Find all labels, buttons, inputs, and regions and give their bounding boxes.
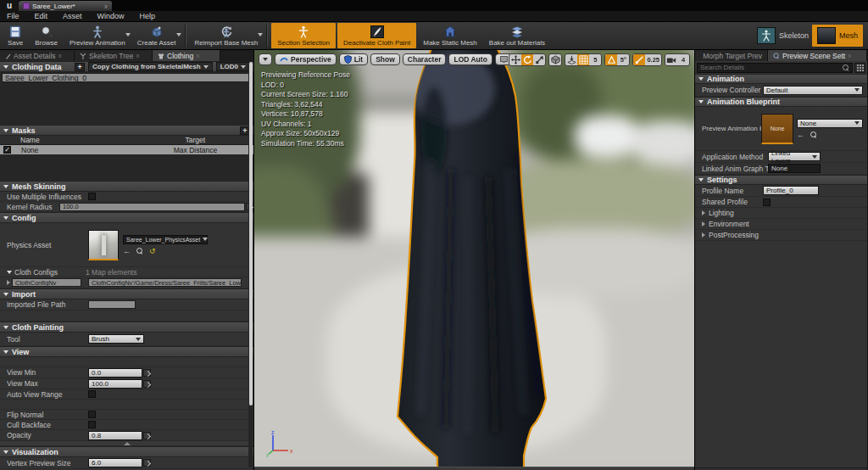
translate-gizmo-button[interactable] <box>509 54 521 65</box>
mesh-mode-button[interactable]: Mesh <box>812 25 863 47</box>
menu-edit[interactable]: Edit <box>35 12 48 20</box>
lod-auto-button[interactable]: LOD Auto <box>448 53 492 65</box>
close-icon[interactable]: x <box>104 3 108 10</box>
opacity-input[interactable]: 0.8 <box>88 431 142 440</box>
view-min-input[interactable]: 0.0 <box>88 368 142 378</box>
search-input[interactable] <box>698 64 843 71</box>
linked-anim-graph-input[interactable]: None <box>768 164 821 173</box>
skeleton-mode-button[interactable]: Skeleton <box>757 27 809 44</box>
grid-snap-value[interactable]: 5 <box>589 54 601 65</box>
preview-animation-button[interactable]: Preview Animation <box>64 22 131 49</box>
view-header[interactable]: View <box>0 346 253 357</box>
mesh-skinning-header[interactable]: Mesh Skinning <box>0 181 253 192</box>
document-tab[interactable]: Saree_Lower* x <box>19 1 112 11</box>
kernel-radius-input[interactable]: 100.0 <box>59 203 245 211</box>
camera-speed-value[interactable]: 4 <box>677 54 689 65</box>
deactivate-cloth-paint-button[interactable]: Deactivate Cloth Paint <box>337 23 416 48</box>
cull-backface-checkbox[interactable] <box>88 421 96 428</box>
vertex-preview-size-input[interactable]: 6.0 <box>88 458 142 467</box>
settings-section-header[interactable]: Settings <box>695 175 867 185</box>
visualization-header[interactable]: Visualization <box>0 446 253 457</box>
expand-arrow-icon[interactable] <box>702 221 705 227</box>
mask-enabled-checkbox[interactable]: ✓ <box>3 146 11 154</box>
use-multiple-influences-checkbox[interactable] <box>88 193 96 200</box>
search-details-box[interactable] <box>697 63 853 73</box>
character-menu-button[interactable]: Character <box>403 53 447 65</box>
lit-mode-button[interactable]: Lit <box>339 53 368 65</box>
clothing-asset-row[interactable]: Saree_Lower_Clothing_0 <box>2 73 252 82</box>
preview-controller-dropdown[interactable]: Default <box>763 86 863 95</box>
make-static-mesh-button[interactable]: Make Static Mesh <box>417 22 483 49</box>
chevron-down-icon[interactable] <box>125 33 131 36</box>
lighting-group-label[interactable]: Lighting <box>709 209 734 217</box>
scale-gizmo-button[interactable] <box>533 54 545 65</box>
chevron-down-icon[interactable] <box>258 33 263 36</box>
browse-to-asset-icon[interactable] <box>810 131 817 138</box>
config-header[interactable]: Config <box>0 212 253 223</box>
camera-speed-button[interactable] <box>665 54 677 65</box>
reset-to-default-icon[interactable]: ↺ <box>149 247 156 255</box>
expand-arrow-icon[interactable] <box>7 280 10 285</box>
tab-clothing[interactable]: Clothingx <box>153 50 220 61</box>
coordinate-system-button[interactable] <box>549 54 561 65</box>
viewport-options-button[interactable] <box>259 53 272 65</box>
import-header[interactable]: Import <box>0 288 253 299</box>
clothing-data-header[interactable]: Clothing Data + Copy Clothing from Skele… <box>0 61 253 72</box>
scale-snap-button[interactable] <box>633 54 645 65</box>
imported-file-path-input[interactable] <box>88 300 136 309</box>
shared-profile-checkbox[interactable] <box>763 199 771 206</box>
left-panel-scrollbar[interactable] <box>248 62 253 467</box>
application-method-dropdown[interactable]: Linked Layers <box>768 152 821 161</box>
display-options-button[interactable] <box>854 63 865 73</box>
animation-blueprint-header[interactable]: Animation Blueprint <box>695 97 867 107</box>
lod-dropdown[interactable]: LOD0 <box>216 62 250 71</box>
value-drag-icon[interactable] <box>143 432 151 439</box>
value-drag-icon[interactable] <box>143 459 151 467</box>
view-max-input[interactable]: 100.0 <box>88 379 142 389</box>
bake-out-materials-button[interactable]: Bake out Materials <box>483 22 551 49</box>
collapse-arrow-icon[interactable] <box>7 271 12 274</box>
rotation-snap-button[interactable] <box>605 54 617 65</box>
perspective-button[interactable]: Perspective <box>275 53 337 65</box>
tool-dropdown[interactable]: Brush <box>88 334 144 344</box>
rotate-gizmo-button[interactable] <box>521 54 533 65</box>
value-drag-icon[interactable] <box>143 380 151 388</box>
flip-normal-checkbox[interactable] <box>88 411 96 418</box>
expand-arrow-icon[interactable] <box>702 232 705 238</box>
tab-asset-details[interactable]: Asset Detailsx <box>0 50 75 61</box>
browse-to-asset-icon[interactable] <box>136 248 143 255</box>
surface-snap-button[interactable] <box>565 54 577 65</box>
browse-button[interactable]: Browse <box>29 22 64 49</box>
cloth-config-key[interactable]: ClothConfigNv <box>12 278 81 287</box>
scrollbar-thumb[interactable] <box>249 62 253 406</box>
menu-window[interactable]: Window <box>97 12 125 20</box>
postprocessing-group-label[interactable]: PostProcessing <box>709 231 759 239</box>
cloth-config-value[interactable]: ClothConfigNv'/Game/Dress/Saree_Frills/S… <box>88 278 242 287</box>
reimport-base-mesh-button[interactable]: Reimport Base Mesh <box>189 22 264 49</box>
masks-header[interactable]: Masks + <box>0 125 253 136</box>
3d-viewport[interactable]: Perspective Lit Show Character LOD Auto … <box>254 50 694 470</box>
menu-asset[interactable]: Asset <box>63 12 82 20</box>
use-selected-icon[interactable]: ← <box>123 247 131 255</box>
save-button[interactable]: Save <box>2 22 29 49</box>
scale-snap-value[interactable]: 0.25 <box>645 54 661 65</box>
cloth-painting-header[interactable]: Cloth Painting <box>0 322 253 333</box>
tab-preview-scene-settings[interactable]: Preview Scene Sett x <box>768 50 867 61</box>
show-menu-button[interactable]: Show <box>370 53 400 65</box>
add-clothing-button[interactable]: + <box>75 63 85 71</box>
physics-asset-thumbnail[interactable] <box>88 230 119 260</box>
animation-blueprint-dropdown[interactable]: None <box>797 119 863 128</box>
mask-row[interactable]: ✓ None Max Distance <box>0 145 253 154</box>
animation-section-header[interactable]: Animation <box>695 74 867 84</box>
menu-help[interactable]: Help <box>140 12 156 20</box>
physics-asset-dropdown[interactable]: Saree_Lower_PhysicsAsset <box>123 235 208 244</box>
profile-name-input[interactable]: Profile_0 <box>763 186 819 195</box>
section-selection-button[interactable]: Section Selection <box>271 23 336 48</box>
value-drag-icon[interactable] <box>143 369 151 377</box>
expand-arrow-icon[interactable] <box>702 210 705 215</box>
create-asset-button[interactable]: Create Asset <box>131 22 182 49</box>
environment-group-label[interactable]: Environment <box>709 220 749 228</box>
tab-skeleton-tree[interactable]: Skeleton Treex <box>75 50 153 61</box>
auto-view-range-checkbox[interactable] <box>88 390 96 398</box>
tab-morph-target-preview[interactable]: Morph Target Prev <box>695 50 768 61</box>
